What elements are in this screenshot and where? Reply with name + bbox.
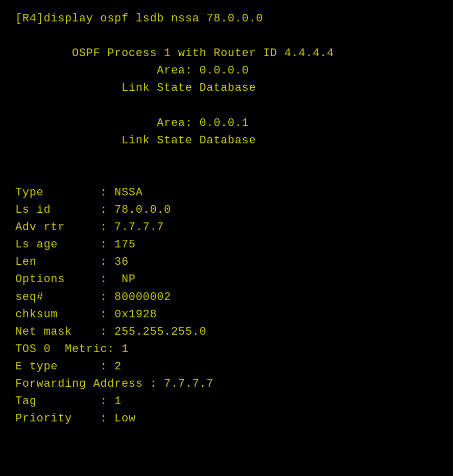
- area2-line: Area: 0.0.0.1: [15, 115, 438, 132]
- tag-line: Tag : 1: [15, 393, 438, 410]
- type-line: Type : NSSA: [15, 184, 438, 202]
- blank-line-2: [15, 97, 438, 114]
- seq-line: seq# : 80000002: [15, 289, 438, 306]
- process-line: OSPF Process 1 with Router ID 4.4.4.4: [15, 45, 438, 62]
- terminal-window: [R4]display ospf lsdb nssa 78.0.0.0 OSPF…: [0, 0, 453, 476]
- blank-line-1: [15, 28, 438, 45]
- net-mask-line: Net mask : 255.255.255.0: [15, 323, 438, 341]
- len-line: Len : 36: [15, 254, 438, 271]
- fwd-addr-line: Forwarding Address : 7.7.7.7: [15, 375, 438, 393]
- options-line: Options : NP: [15, 271, 438, 288]
- e-type-line: E type : 2: [15, 358, 438, 375]
- lsdb1-line: Link State Database: [15, 80, 438, 97]
- adv-rtr-line: Adv rtr : 7.7.7.7: [15, 219, 438, 236]
- tos-line: TOS 0 Metric: 1: [15, 341, 438, 358]
- lsdb2-line: Link State Database: [15, 132, 438, 149]
- blank-line-3: [15, 149, 438, 167]
- ls-id-line: Ls id : 78.0.0.0: [15, 202, 438, 219]
- area1-line: Area: 0.0.0.0: [15, 62, 438, 80]
- blank-line-4: [15, 167, 438, 184]
- chksum-line: chksum : 0x1928: [15, 306, 438, 323]
- ls-age-line: Ls age : 175: [15, 236, 438, 254]
- priority-line: Priority : Low: [15, 410, 438, 428]
- command-line: [R4]display ospf lsdb nssa 78.0.0.0: [15, 10, 438, 28]
